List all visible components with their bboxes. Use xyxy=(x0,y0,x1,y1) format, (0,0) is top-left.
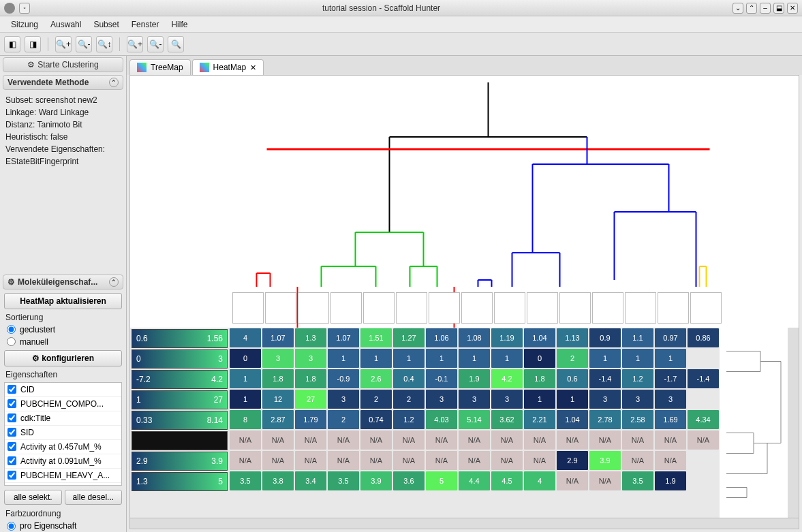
heatmap-cell[interactable]: N/A xyxy=(360,451,392,470)
heatmap-cell[interactable]: 3.9 xyxy=(589,451,621,470)
update-heatmap-button[interactable]: HeatMap aktualisieren xyxy=(4,293,122,309)
collapse-icon[interactable]: ⌃ xyxy=(109,78,119,87)
molecule-thumbnail[interactable] xyxy=(330,292,362,324)
heatmap-cell[interactable]: -1.4 xyxy=(589,369,621,388)
heatmap-cell[interactable]: 3 xyxy=(262,349,294,368)
chevron-up-icon[interactable]: ⌃ xyxy=(746,3,757,14)
row-header[interactable]: 0.6 1.56 xyxy=(132,329,228,348)
tab-treemap[interactable]: TreeMap xyxy=(129,59,191,75)
heatmap-cell[interactable]: 8 xyxy=(230,410,261,429)
molecule-thumbnail[interactable] xyxy=(592,292,623,324)
heatmap-cell[interactable]: N/A xyxy=(459,431,490,450)
close-icon[interactable]: ✕ xyxy=(787,3,798,14)
heatmap-cell[interactable]: 3 xyxy=(622,390,653,409)
zoom-in2-icon[interactable]: 🔍+ xyxy=(127,36,143,52)
heatmap-cell[interactable]: 3 xyxy=(459,390,490,409)
heatmap-cell[interactable]: 0.74 xyxy=(360,410,392,429)
heatmap-cell[interactable]: 1.9 xyxy=(459,369,490,388)
heatmap-cell[interactable]: 4.03 xyxy=(426,410,457,429)
dendrogram[interactable] xyxy=(130,76,799,328)
properties-list[interactable]: CIDPUBCHEM_COMPO...cdk:TitleSIDActivity … xyxy=(4,382,122,486)
start-clustering-button[interactable]: ⚙Starte Clustering xyxy=(3,57,123,72)
heatmap-cell[interactable]: 4.2 xyxy=(491,369,523,388)
heatmap-cell[interactable]: 0.9 xyxy=(589,328,621,347)
heatmap-cell[interactable]: 3 xyxy=(655,390,686,409)
molecule-thumbnail[interactable] xyxy=(265,292,296,324)
heatmap-cell[interactable]: N/A xyxy=(557,431,588,450)
molecule-thumbnail[interactable] xyxy=(298,292,329,324)
heatmap-cell[interactable]: 1.07 xyxy=(262,328,294,347)
heatmap-cell[interactable]: 2.58 xyxy=(622,410,653,429)
heatmap-cell[interactable]: N/A xyxy=(262,451,294,470)
method-section-header[interactable]: Verwendete Methode ⌃ xyxy=(3,75,123,90)
menu-sitzung[interactable]: Sitzung xyxy=(5,18,44,31)
heatmap-cell[interactable]: 1 xyxy=(360,349,392,368)
tab-heatmap[interactable]: HeatMap ✕ xyxy=(192,59,264,75)
heatmap-cell[interactable]: N/A xyxy=(491,451,523,470)
heatmap-cell[interactable]: 3.5 xyxy=(622,471,653,490)
props-section-header[interactable]: ⚙Moleküleigenschaf... ⌃ xyxy=(3,275,123,290)
property-checkbox-row[interactable]: cdk:Title xyxy=(5,411,121,426)
titlebar-pin-icon[interactable]: ◦ xyxy=(19,3,30,14)
zoom-fit-icon[interactable]: 🔍↕ xyxy=(96,36,112,52)
heatmap-cell[interactable]: 0.6 xyxy=(557,369,588,388)
property-checkbox-row[interactable]: Activity at 0.091uM_% xyxy=(5,454,121,469)
heatmap-cell[interactable]: N/A xyxy=(295,451,326,470)
heatmap-cell[interactable]: 2.6 xyxy=(360,369,392,388)
menu-subset[interactable]: Subset xyxy=(88,18,124,31)
heatmap-cell[interactable]: 0 xyxy=(230,349,261,368)
minimize-icon[interactable]: – xyxy=(760,3,771,14)
heatmap-cell[interactable]: 1.8 xyxy=(295,369,326,388)
heatmap-cell[interactable]: 4 xyxy=(230,328,261,347)
heatmap-cell[interactable]: N/A xyxy=(688,431,719,450)
heatmap-cell[interactable]: 1 xyxy=(393,349,425,368)
heatmap-cell[interactable]: 1.8 xyxy=(262,369,294,388)
vertical-scrollbar[interactable] xyxy=(788,328,799,518)
heatmap-cell[interactable]: 1 xyxy=(230,390,261,409)
property-checkbox-row[interactable]: Activity at 18.291nM... xyxy=(5,483,121,486)
close-icon[interactable]: ✕ xyxy=(250,63,256,72)
heatmap-cell[interactable]: 1.79 xyxy=(295,410,326,429)
molecule-thumbnail[interactable] xyxy=(232,292,264,324)
select-all-button[interactable]: alle selekt. xyxy=(4,490,62,505)
heatmap-cell[interactable]: 1.27 xyxy=(393,328,425,347)
heatmap-cell[interactable]: 2 xyxy=(557,349,588,368)
heatmap-cell[interactable]: 12 xyxy=(262,390,294,409)
row-header[interactable]: 1.3 5 xyxy=(132,472,228,491)
heatmap-cell[interactable]: 2.21 xyxy=(524,410,555,429)
heatmap-cell[interactable]: 1 xyxy=(524,390,555,409)
heatmap-cell[interactable]: 3.8 xyxy=(262,471,294,490)
heatmap-cell[interactable]: N/A xyxy=(393,451,425,470)
property-checkbox-row[interactable]: PUBCHEM_HEAVY_A... xyxy=(5,469,121,483)
row-header[interactable] xyxy=(132,431,228,450)
heatmap-cell[interactable]: -1.4 xyxy=(688,369,719,388)
heatmap-cell[interactable]: 1.19 xyxy=(491,328,523,347)
molecule-thumbnail[interactable] xyxy=(559,292,591,324)
heatmap-cell[interactable]: N/A xyxy=(524,431,555,450)
row-header[interactable]: -7.2 4.2 xyxy=(132,370,228,389)
heatmap-cell[interactable]: 1 xyxy=(230,369,261,388)
heatmap-cell[interactable]: N/A xyxy=(262,431,294,450)
heatmap-cell[interactable]: 1 xyxy=(459,349,490,368)
heatmap-cell[interactable]: 1.8 xyxy=(524,369,555,388)
maximize-icon[interactable]: ⬓ xyxy=(773,3,784,14)
heatmap-cell[interactable]: 3.9 xyxy=(360,471,392,490)
heatmap-cell[interactable]: 1.08 xyxy=(459,328,490,347)
heatmap-cell[interactable]: 1 xyxy=(491,349,523,368)
heatmap-cell[interactable]: N/A xyxy=(230,431,261,450)
heatmap-cell[interactable]: N/A xyxy=(426,431,457,450)
heatmap-cell[interactable]: 1.2 xyxy=(393,410,425,429)
heatmap-cell[interactable]: 4.34 xyxy=(688,410,719,429)
row-header[interactable]: 2.9 3.9 xyxy=(132,452,228,471)
molecule-thumbnail[interactable] xyxy=(494,292,525,324)
property-checkbox-row[interactable]: CID xyxy=(5,383,121,397)
heatmap-cell[interactable]: 0.4 xyxy=(393,369,425,388)
heatmap-cell[interactable]: N/A xyxy=(491,431,523,450)
molecule-thumbnail[interactable] xyxy=(396,292,427,324)
heatmap-cell[interactable]: 2 xyxy=(393,390,425,409)
deselect-all-button[interactable]: alle desel... xyxy=(65,490,123,505)
heatmap-grid[interactable]: 0.6 1.56 0 3 -7.2 4.2 1 27 0.33 8.14 2.9… xyxy=(130,328,799,518)
radio-manual[interactable]: manuell xyxy=(0,336,126,348)
heatmap-cell[interactable]: N/A xyxy=(589,471,621,490)
heatmap-cell[interactable]: 1.69 xyxy=(655,410,686,429)
